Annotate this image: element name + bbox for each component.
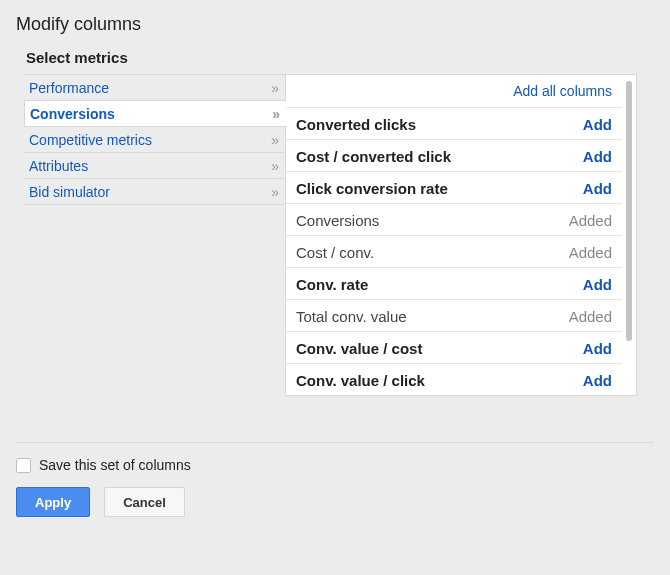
metric-add-link[interactable]: Add <box>583 340 612 357</box>
metric-name: Conversions <box>296 212 379 229</box>
metric-added-label: Added <box>569 212 612 229</box>
add-all-columns-link[interactable]: Add all columns <box>286 75 622 107</box>
metric-add-link[interactable]: Add <box>583 116 612 133</box>
save-columns-checkbox[interactable] <box>16 458 31 473</box>
metric-add-link[interactable]: Add <box>583 180 612 197</box>
chevron-right-icon: » <box>271 80 276 96</box>
category-label: Performance <box>29 80 109 96</box>
page-subtitle: Select metrics <box>26 49 654 66</box>
metrics-panel: Add all columns Converted clicks Add Cos… <box>285 74 637 396</box>
metric-add-link[interactable]: Add <box>583 276 612 293</box>
metric-name: Conv. value / click <box>296 372 425 389</box>
metric-row: Cost / converted click Add <box>286 139 622 171</box>
metric-row: Conversions Added <box>286 203 622 235</box>
chevron-right-icon: » <box>271 132 276 148</box>
metric-row: Click conversion rate Add <box>286 171 622 203</box>
category-label: Competitive metrics <box>29 132 152 148</box>
page-title: Modify columns <box>16 14 654 35</box>
metric-add-link[interactable]: Add <box>583 372 612 389</box>
metric-name: Total conv. value <box>296 308 407 325</box>
metric-row: Converted clicks Add <box>286 107 622 139</box>
metric-name: Click conversion rate <box>296 180 448 197</box>
category-attributes[interactable]: Attributes » <box>24 153 286 179</box>
category-list: Performance » Conversions » Competitive … <box>24 74 286 205</box>
metric-row: Conv. value / click Add <box>286 363 622 395</box>
scrollbar[interactable] <box>626 81 632 341</box>
metric-added-label: Added <box>569 308 612 325</box>
metric-row: Conv. value / cost Add <box>286 331 622 363</box>
category-conversions[interactable]: Conversions » <box>24 101 287 127</box>
cancel-button[interactable]: Cancel <box>104 487 185 517</box>
category-label: Bid simulator <box>29 184 110 200</box>
metric-add-link[interactable]: Add <box>583 148 612 165</box>
chevron-right-icon: » <box>271 184 276 200</box>
divider <box>16 442 654 443</box>
metric-name: Conv. rate <box>296 276 368 293</box>
category-performance[interactable]: Performance » <box>24 75 286 101</box>
category-competitive-metrics[interactable]: Competitive metrics » <box>24 127 286 153</box>
metric-added-label: Added <box>569 244 612 261</box>
chevron-right-icon: » <box>271 158 276 174</box>
save-columns-label: Save this set of columns <box>39 457 191 473</box>
apply-button[interactable]: Apply <box>16 487 90 517</box>
metric-row: Cost / conv. Added <box>286 235 622 267</box>
chevron-right-icon: » <box>272 106 277 122</box>
metric-name: Cost / conv. <box>296 244 374 261</box>
metric-name: Cost / converted click <box>296 148 451 165</box>
category-label: Conversions <box>30 106 115 122</box>
metric-row: Conv. rate Add <box>286 267 622 299</box>
category-bid-simulator[interactable]: Bid simulator » <box>24 179 286 205</box>
metric-name: Conv. value / cost <box>296 340 422 357</box>
category-label: Attributes <box>29 158 88 174</box>
metric-name: Converted clicks <box>296 116 416 133</box>
metric-row: Total conv. value Added <box>286 299 622 331</box>
